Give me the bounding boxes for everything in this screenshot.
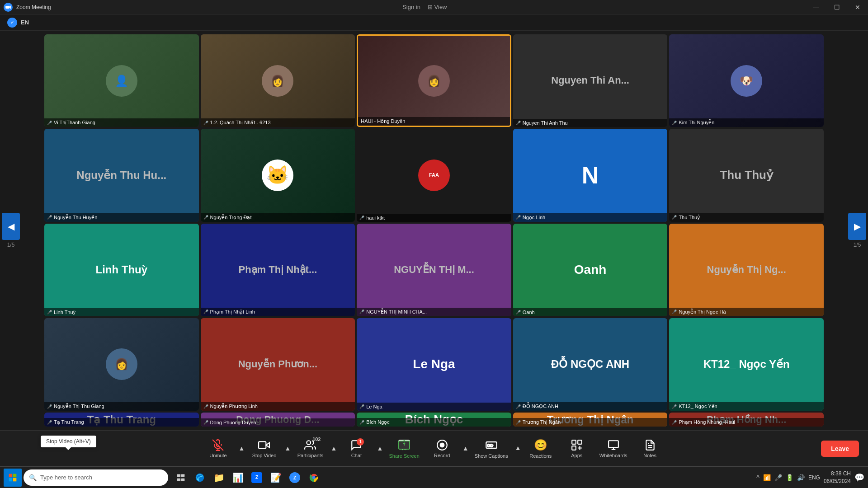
prev-page-button[interactable]: ◀ — [2, 213, 20, 240]
leave-button[interactable]: Leave — [821, 441, 859, 457]
participant-tile[interactable]: Bích Ngọc 🎤 Bích Ngọc — [357, 413, 511, 427]
participant-tile[interactable]: Le Nga 🎤 Le Nga — [357, 318, 511, 411]
taskbar-edge[interactable] — [191, 469, 209, 487]
svg-point-31 — [312, 476, 315, 479]
participant-tile[interactable]: Nguyễn Thu Hu... 🎤 Nguyễn Thu Huyền — [44, 129, 199, 221]
participant-name: 🎤 Nguyễn Thị Thu Giang — [44, 402, 199, 411]
svg-rect-16 — [578, 440, 582, 444]
participant-tile[interactable]: Oanh 🎤 Oanh — [513, 224, 668, 316]
taskbar-task-view[interactable] — [172, 469, 190, 487]
language-badge[interactable]: EN — [21, 19, 29, 26]
participant-tile[interactable]: Tạ Thu Trang 🎤 Tạ Thu Trang — [44, 413, 199, 427]
taskbar-excel[interactable]: 📊 — [229, 469, 247, 487]
taskbar-file-explorer[interactable]: 📁 — [210, 469, 228, 487]
participant-tile[interactable]: Nguyễn Phươn... 🎤 Nguyễn Phương Linh — [201, 318, 355, 411]
title-bar: Zoom Meeting Sign in ⊞ View — ☐ ✕ — [0, 0, 868, 14]
sign-in-button[interactable]: Sign in — [402, 4, 420, 10]
participant-name: 🎤 Vi ThịThanh Giang — [44, 118, 199, 127]
wifi-icon[interactable]: 📶 — [763, 474, 771, 481]
unmute-arrow-button[interactable]: ▲ — [237, 444, 246, 453]
taskbar-chrome[interactable] — [305, 469, 323, 487]
taskbar-right: ^ 📶 🎤 🔋 🔊 ENG 8:38 CH 06/05/2024 💬 — [756, 470, 864, 485]
svg-marker-1 — [9, 5, 11, 9]
chat-button[interactable]: 1 Chat — [338, 439, 374, 458]
show-captions-button[interactable]: CC Show Captions — [470, 439, 513, 459]
avatar-letter: N — [582, 162, 599, 189]
share-screen-button[interactable]: Share Screen — [384, 431, 424, 466]
language-indicator[interactable]: ENG — [808, 474, 820, 481]
captions-arrow-button[interactable]: ▲ — [514, 443, 523, 452]
apps-button[interactable]: Apps — [559, 431, 595, 466]
participant-tile[interactable]: 🐱 🎤 Nguyễn Trọng Đạt — [201, 129, 355, 221]
participant-tile[interactable]: NGUYỄN THỊ M... 🎤 NGUYỄN THỊ MINH CHA... — [357, 224, 511, 316]
next-page-button[interactable]: ▶ — [848, 213, 866, 240]
participant-tile[interactable]: Trương Thị Ngân 🎤 Trương Thị Ngân — [513, 413, 668, 427]
record-group: Record ▲ — [424, 439, 470, 458]
microphone-taskbar-icon[interactable]: 🎤 — [774, 474, 782, 481]
start-button[interactable] — [4, 469, 22, 487]
participant-tile[interactable]: Phạm Hồng Nh... 🎤 Phạm Hồng Nhung -Haui — [669, 413, 824, 427]
mute-icon: 🎤 — [672, 121, 677, 125]
view-button[interactable]: ⊞ View — [428, 4, 447, 10]
reactions-icon: 😊 — [534, 439, 547, 451]
participant-tile[interactable]: 👩 🎤 Nguyễn Thị Thu Giang — [44, 318, 199, 411]
battery-icon[interactable]: 🔋 — [786, 474, 793, 481]
participants-button[interactable]: 102 Participants — [292, 439, 328, 458]
page-indicator-right: 1/5 — [854, 242, 861, 248]
participant-tile[interactable]: 👩 🎤 1.2. Quách Thị Nhất - 6213 — [201, 34, 355, 127]
participant-tile[interactable]: N 🎤 Ngọc Linh — [513, 129, 668, 221]
participant-tile[interactable]: Thu Thuỷ 🎤 Thu Thuỷ — [669, 129, 824, 221]
mute-icon: 🎤 — [47, 420, 52, 425]
mute-icon: 🎤 — [672, 215, 677, 220]
toolbar: Unmute ▲ Stop Video ▲ — [0, 430, 868, 466]
participant-tile[interactable]: Nguyen Thi An... 🎤 Nguyen Thi Anh Thu — [513, 34, 668, 127]
search-box[interactable]: 🔍 Type here to search — [24, 469, 168, 486]
mute-icon: 🎤 — [203, 404, 208, 409]
whiteboards-button[interactable]: Whiteboards — [595, 431, 632, 466]
participants-count: 102 — [312, 436, 321, 442]
shield-icon: ✓ — [10, 19, 14, 25]
unmute-group: Unmute ▲ — [200, 439, 246, 458]
record-button[interactable]: Record — [424, 439, 460, 458]
participant-tile[interactable]: Nguyễn Thị Ng... 🎤 Nguyễn Thị Ngọc Hà — [669, 224, 824, 316]
stop-video-button[interactable]: Stop Video — [246, 439, 282, 458]
participant-name: 🎤 Tạ Thu Trang — [44, 418, 199, 427]
participant-name: 🎤 Phạm Hồng Nhung -Haui — [669, 418, 824, 427]
chevron-icon[interactable]: ^ — [756, 474, 760, 481]
participant-tile[interactable]: FAA 🎤 haui ktkt — [357, 129, 511, 221]
notification-icon[interactable]: 💬 — [854, 473, 864, 483]
participant-name: 🎤 ĐỖ NGỌC ANH — [513, 402, 668, 411]
record-arrow-button[interactable]: ▲ — [461, 444, 470, 453]
captions-group: CC Show Captions ▲ — [470, 439, 523, 459]
minimize-button[interactable]: — — [806, 0, 826, 14]
svg-rect-27 — [177, 474, 181, 477]
participant-tile[interactable]: Dong Phuong D... 🎤 Dong Phuong Duyen — [201, 413, 355, 427]
participant-tile[interactable]: ĐỖ NGỌC ANH 🎤 ĐỖ NGỌC ANH — [513, 318, 668, 411]
chat-arrow-button[interactable]: ▲ — [375, 444, 384, 453]
participant-name: 🎤 Le Nga — [357, 403, 511, 411]
participant-tile[interactable]: Linh Thuỳ 🎤 Linh Thuỳ — [44, 224, 199, 316]
taskbar-zoom[interactable]: Z — [286, 469, 304, 487]
participants-icon: 102 — [304, 439, 316, 451]
taskbar-zalo[interactable]: Z — [248, 469, 266, 487]
participant-name: 🎤 haui ktkt — [357, 214, 511, 222]
close-button[interactable]: ✕ — [847, 0, 868, 14]
participant-tile[interactable]: 🐶 🎤 Kim Thi Nguyễn — [669, 34, 824, 127]
reactions-button[interactable]: 😊 Reactions — [523, 431, 559, 466]
participant-tile-active-speaker[interactable]: 👩 HAUI - Hồng Duyên — [357, 34, 511, 127]
participant-tile[interactable]: 👤 🎤 Vi ThịThanh Giang — [44, 34, 199, 127]
security-badge[interactable]: ✓ — [7, 18, 17, 28]
participant-name: HAUI - Hồng Duyên — [358, 117, 510, 126]
notes-button[interactable]: Notes — [632, 431, 668, 466]
volume-icon[interactable]: 🔊 — [797, 474, 805, 481]
unmute-button[interactable]: Unmute — [200, 439, 236, 458]
video-arrow-button[interactable]: ▲ — [283, 444, 292, 453]
taskbar-word[interactable]: 📝 — [267, 469, 285, 487]
participant-name: 🎤 Nguyễn Thu Huyền — [44, 213, 199, 222]
system-clock[interactable]: 8:38 CH 06/05/2024 — [824, 470, 851, 485]
participant-tile[interactable]: Phạm Thị Nhật... 🎤 Phạm Thị Nhật Linh — [201, 224, 355, 316]
participant-tile[interactable]: KT12_ Ngọc Yến 🎤 KT12_ Ngọc Yến — [669, 318, 824, 411]
mute-icon: 🎤 — [47, 215, 52, 220]
participants-arrow-button[interactable]: ▲ — [329, 444, 338, 453]
maximize-button[interactable]: ☐ — [826, 0, 847, 14]
